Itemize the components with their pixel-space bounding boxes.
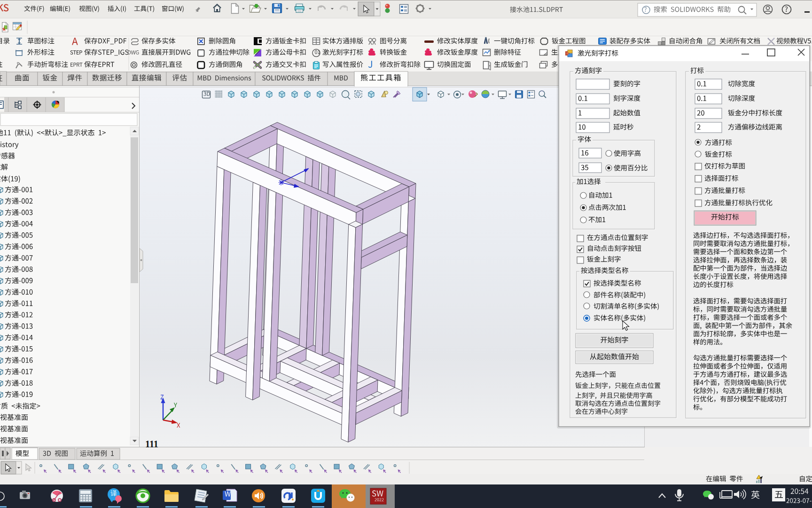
svg-text:111: 111 bbox=[145, 439, 158, 449]
